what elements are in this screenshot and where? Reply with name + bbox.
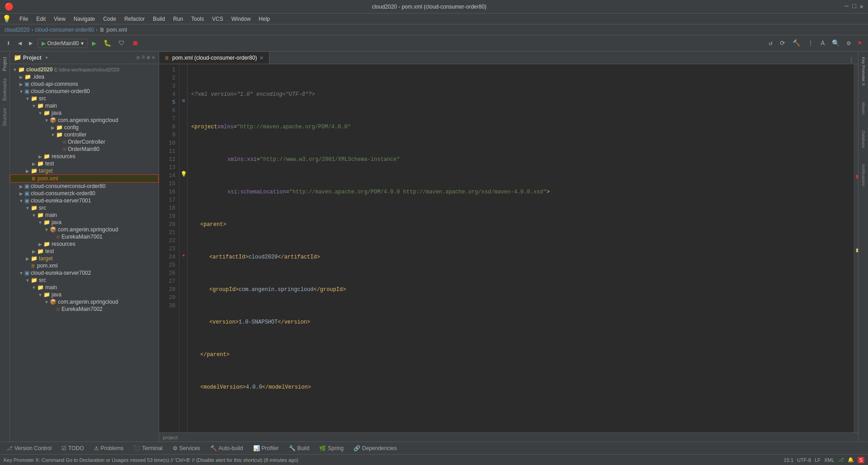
tree-item-pom-xml-2[interactable]: 🗎 pom.xml [10, 262, 159, 269]
notifications-panel[interactable]: Notifications [860, 162, 867, 188]
project-tool-button[interactable]: Project [1, 55, 8, 73]
tree-expand-target-1[interactable]: ▶ [24, 169, 31, 174]
toolbar-settings[interactable]: ⚙ [844, 38, 853, 48]
toolbar-refresh[interactable]: ⟳ [777, 38, 788, 48]
locate-in-tree-button[interactable]: ◎ [137, 54, 140, 61]
menu-code[interactable]: Code [99, 15, 120, 23]
close-button[interactable]: ✕ [860, 3, 863, 10]
menu-window[interactable]: Window [228, 15, 255, 23]
toolbar-translate[interactable]: A [818, 38, 827, 48]
bottom-tab-services[interactable]: ⚙ Services [168, 444, 205, 453]
menu-tools[interactable]: Tools [188, 15, 208, 23]
tree-item-EurekaMain7001[interactable]: ☉ EurekaMain7001 [10, 233, 159, 240]
tree-item-src-1[interactable]: ▼ 📁 src [10, 95, 159, 102]
tree-item-controller[interactable]: ▼ 📁 controller [10, 131, 159, 138]
project-dropdown-icon[interactable]: ▾ [45, 55, 48, 61]
tree-item-target-1[interactable]: ▶ 📁 target [10, 167, 159, 174]
tree-expand-main-3[interactable]: ▼ [31, 285, 37, 290]
tree-expand-pkg-2[interactable]: ▼ [43, 227, 50, 232]
bottom-tab-dependencies[interactable]: 🔗 Dependencies [349, 444, 401, 453]
tab-close-button[interactable]: ✕ [259, 55, 264, 61]
toolbar-search-everywhere[interactable]: 🔍 [829, 38, 842, 48]
bottom-tab-auto-build[interactable]: 🔨 Auto-build [206, 444, 248, 453]
menu-file[interactable]: File [16, 15, 32, 23]
tree-item-pom-xml-1[interactable]: 🗎 pom.xml [10, 174, 159, 183]
bottom-tab-problems[interactable]: ⚠ Problems [90, 444, 128, 453]
tree-item-pkg-1[interactable]: ▼ 📦 com.angenin.springcloud [10, 117, 159, 124]
tree-expand-resources-1[interactable]: ▶ [37, 154, 43, 159]
tree-item-java-1[interactable]: ▼ 📁 java [10, 109, 159, 117]
menu-navigate[interactable]: Navigate [70, 15, 99, 23]
editor-tab-pom-xml[interactable]: 🗎 pom.xml (cloud-consumer-order80) ✕ [159, 52, 269, 64]
tree-expand-pkg-3[interactable]: ▼ [43, 300, 50, 305]
tree-expand-controller[interactable]: ▼ [50, 132, 56, 137]
tree-item-consumerconsul[interactable]: ▶ ▣ cloud-consumerconsul-order80 [10, 183, 159, 190]
tree-expand-java-1[interactable]: ▼ [37, 111, 43, 116]
collapse-all-button[interactable]: ≡ [142, 54, 145, 61]
tree-expand-resources-2[interactable]: ▶ [37, 242, 43, 247]
tree-item-resources-1[interactable]: ▶ 📁 resources [10, 153, 159, 160]
menu-view[interactable]: View [50, 15, 69, 23]
toolbar-back[interactable]: ◀ [15, 38, 24, 48]
tree-item-idea[interactable]: ▶ 📁 .idea [10, 73, 159, 80]
minimize-button[interactable]: ─ [845, 3, 849, 10]
tree-item-target-2[interactable]: ▶ 📁 target [10, 255, 159, 262]
tree-expand-src-2[interactable]: ▼ [24, 206, 31, 211]
tree-expand-eureka7001[interactable]: ▼ [18, 198, 24, 203]
key-promoter-x-panel[interactable]: Key Promoter X [860, 55, 867, 88]
tree-item-main-1[interactable]: ▼ 📁 main [10, 102, 159, 109]
tree-item-OrderController[interactable]: ☉ OrderController [10, 138, 159, 146]
toolbar-run-coverage[interactable]: 🛡 [116, 38, 127, 48]
bottom-tab-profiler[interactable]: 📊 Profiler [249, 444, 283, 453]
show-options-button[interactable]: ⚙ [147, 54, 150, 61]
tree-expand-config[interactable]: ▶ [50, 125, 56, 130]
tree-expand-test-2[interactable]: ▶ [31, 249, 37, 254]
tree-item-java-2[interactable]: ▼ 📁 java [10, 219, 159, 226]
maximize-button[interactable]: □ [852, 3, 856, 10]
tree-expand-consumerconsul[interactable]: ▶ [18, 184, 24, 189]
tree-item-main-3[interactable]: ▼ 📁 main [10, 284, 159, 291]
tree-item-consumer-order80[interactable]: ▼ ▣ cloud-consumer-order80 [10, 88, 159, 95]
toolbar-run[interactable]: ▶ [90, 38, 99, 49]
tree-item-EurekaMain7002[interactable]: ☉ EurekaMain7002 [10, 305, 159, 313]
tree-expand-main-1[interactable]: ▼ [31, 103, 37, 108]
menu-refactor[interactable]: Refactor [121, 15, 148, 23]
tree-item-main-2[interactable]: ▼ 📁 main [10, 211, 159, 219]
breadcrumb-root[interactable]: cloud2020 [5, 27, 29, 33]
toolbar-vcs-update[interactable]: ⬇ [4, 38, 14, 49]
toolbar-more[interactable]: ⋮ [805, 38, 816, 48]
bookmarks-tool-button[interactable]: Bookmarks [1, 76, 8, 103]
tree-item-test-2[interactable]: ▶ 📁 test [10, 248, 159, 255]
tree-expand-java-2[interactable]: ▼ [37, 220, 43, 225]
run-configuration-selector[interactable]: ▶ OrderMain80 ▾ [38, 39, 88, 48]
tree-item-pkg-3[interactable]: ▼ 📦 com.angenin.springcloud [10, 298, 159, 305]
tree-item-cloud2020[interactable]: ▼ 📁 cloud2020 E:\idea-workspace\cloud202… [10, 66, 159, 73]
tree-expand-src-3[interactable]: ▼ [24, 278, 31, 283]
tree-expand-target-2[interactable]: ▶ [24, 256, 31, 261]
tree-expand-eureka7002[interactable]: ▼ [18, 271, 24, 276]
tree-item-config[interactable]: ▶ 📁 config [10, 124, 159, 131]
bottom-tab-todo[interactable]: ☑ TODO [57, 444, 88, 453]
structure-tool-button[interactable]: Structure [1, 106, 8, 128]
tree-item-pkg-2[interactable]: ▼ 📦 com.angenin.springcloud [10, 226, 159, 233]
menu-help[interactable]: Help [255, 15, 274, 23]
toolbar-forward[interactable]: ▶ [26, 38, 35, 48]
maven-panel[interactable]: Maven [860, 100, 867, 116]
tree-expand-pkg-1[interactable]: ▼ [43, 118, 50, 123]
editor-settings-button[interactable]: ⋮ [844, 56, 858, 64]
tree-item-java-3[interactable]: ▼ 📁 java [10, 291, 159, 298]
code-content[interactable]: <?xml version="1.0" encoding="UTF-8"?> <… [188, 64, 854, 432]
tree-expand-main-2[interactable]: ▼ [31, 213, 37, 218]
tree-expand-idea[interactable]: ▶ [18, 75, 24, 80]
breadcrumb-module[interactable]: cloud-consumer-order80 [35, 27, 94, 33]
bottom-tab-version-control[interactable]: ⎇ Version Control [2, 444, 56, 453]
tree-item-src-3[interactable]: ▼ 📁 src [10, 277, 159, 284]
tree-expand-consumerzk[interactable]: ▶ [18, 191, 24, 196]
toolbar-stop[interactable]: ⏹ [129, 38, 141, 48]
tree-expand-api-commons[interactable]: ▶ [18, 82, 24, 87]
tree-item-consumerzk[interactable]: ▶ ▣ cloud-consumerzk-order80 [10, 190, 159, 197]
menu-run[interactable]: Run [170, 15, 187, 23]
database-panel[interactable]: Database [860, 129, 867, 150]
toolbar-vcs-status[interactable]: ⚑ [855, 38, 864, 48]
tree-item-resources-2[interactable]: ▶ 📁 resources [10, 240, 159, 248]
